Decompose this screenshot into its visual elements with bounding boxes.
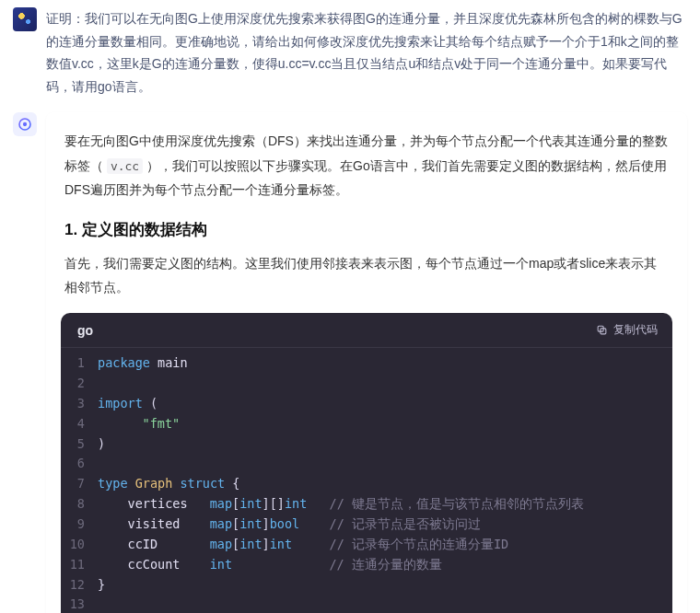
assistant-logo-icon bbox=[18, 117, 32, 132]
section-1-para: 首先，我们需要定义图的结构。这里我们使用邻接表来表示图，每个节点通过一个map或… bbox=[64, 251, 669, 300]
code-line: 9 visited map[int]bool // 记录节点是否被访问过 bbox=[61, 515, 672, 535]
assistant-intro-para: 要在无向图G中使用深度优先搜索（DFS）来找出连通分量，并为每个节点分配一个代表… bbox=[64, 129, 669, 202]
intro-text-suffix: ），我们可以按照以下步骤实现。在Go语言中，我们首先需要定义图的数据结构，然后使… bbox=[64, 158, 667, 198]
line-number: 11 bbox=[61, 555, 98, 575]
line-number: 1 bbox=[61, 353, 98, 374]
code-line: 10 ccID map[int]int // 记录每个节点的连通分量ID bbox=[61, 535, 672, 555]
section-1-heading: 1. 定义图的数据结构 bbox=[64, 219, 669, 240]
code-content: import ( bbox=[98, 394, 172, 414]
line-number: 9 bbox=[61, 515, 98, 535]
code-line: 6 bbox=[61, 454, 672, 474]
line-number: 10 bbox=[61, 535, 98, 555]
line-number: 3 bbox=[61, 394, 98, 414]
copy-code-label: 复制代码 bbox=[613, 322, 658, 338]
code-line: 7type Graph struct { bbox=[61, 474, 672, 494]
code-content: ccID map[int]int // 记录每个节点的连通分量ID bbox=[98, 535, 523, 555]
code-block-header: go 复制代码 bbox=[61, 313, 672, 348]
line-number: 6 bbox=[61, 454, 98, 474]
code-content: ) bbox=[98, 434, 120, 455]
line-number: 5 bbox=[61, 434, 98, 455]
code-line: 2 bbox=[61, 374, 672, 394]
line-number: 4 bbox=[61, 414, 98, 434]
assistant-body: 要在无向图G中使用深度优先搜索（DFS）来找出连通分量，并为每个节点分配一个代表… bbox=[46, 112, 687, 613]
code-content: visited map[int]bool // 记录节点是否被访问过 bbox=[98, 515, 496, 535]
code-content: vertices map[int][]int // 键是节点，值是与该节点相邻的… bbox=[98, 494, 599, 515]
code-content: "fmt" bbox=[98, 414, 194, 434]
code-line: 8 vertices map[int][]int // 键是节点，值是与该节点相… bbox=[61, 494, 672, 515]
code-line: 1package main bbox=[61, 353, 672, 374]
code-content: } bbox=[98, 575, 120, 596]
code-content: ccCount int // 连通分量的数量 bbox=[98, 555, 457, 575]
code-line: 3import ( bbox=[61, 394, 672, 414]
assistant-message-row: 要在无向图G中使用深度优先搜索（DFS）来找出连通分量，并为每个节点分配一个代表… bbox=[13, 112, 687, 613]
code-content bbox=[98, 454, 120, 474]
user-avatar bbox=[13, 7, 37, 31]
line-number: 13 bbox=[61, 595, 98, 613]
line-number: 7 bbox=[61, 474, 98, 494]
code-body[interactable]: 1package main2 3import (4 "fmt"5)6 7type… bbox=[61, 348, 672, 613]
copy-code-button[interactable]: 复制代码 bbox=[596, 322, 658, 338]
code-content bbox=[98, 595, 120, 613]
user-message-row: 证明：我们可以在无向图G上使用深度优先搜索来获得图G的连通分量，并且深度优先森林… bbox=[13, 7, 687, 98]
code-line: 13 bbox=[61, 595, 672, 613]
code-line: 5) bbox=[61, 434, 672, 455]
code-content bbox=[98, 374, 120, 394]
code-line: 12} bbox=[61, 575, 672, 596]
line-number: 8 bbox=[61, 494, 98, 515]
user-message-text: 证明：我们可以在无向图G上使用深度优先搜索来获得图G的连通分量，并且深度优先森林… bbox=[46, 7, 687, 98]
copy-icon bbox=[596, 324, 608, 336]
code-block: go 复制代码 1package main2 3import (4 "fmt"5… bbox=[61, 313, 672, 613]
code-language-label: go bbox=[77, 323, 93, 338]
assistant-avatar bbox=[13, 112, 37, 136]
code-line: 4 "fmt" bbox=[61, 414, 672, 434]
code-line: 11 ccCount int // 连通分量的数量 bbox=[61, 555, 672, 575]
inline-code-vcc: v.cc bbox=[107, 158, 143, 174]
line-number: 2 bbox=[61, 374, 98, 394]
svg-point-1 bbox=[23, 122, 27, 126]
code-content: package main bbox=[98, 353, 203, 374]
line-number: 12 bbox=[61, 575, 98, 596]
code-content: type Graph struct { bbox=[98, 474, 254, 494]
chat-page: 证明：我们可以在无向图G上使用深度优先搜索来获得图G的连通分量，并且深度优先森林… bbox=[0, 0, 700, 613]
